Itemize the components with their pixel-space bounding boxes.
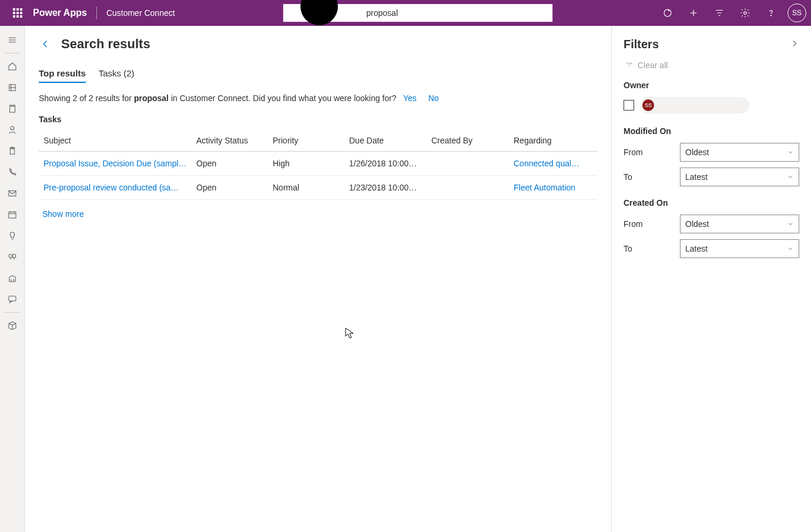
col-priority[interactable]: Priority [268,130,344,152]
created-from-select[interactable]: Oldest [680,215,799,233]
nav-org[interactable] [0,267,25,289]
col-due-date[interactable]: Due Date [344,130,427,152]
user-avatar[interactable]: SS [787,4,806,22]
nav-phone[interactable] [0,162,25,183]
result-tabs: Top results Tasks (2) [39,65,597,83]
chevron-down-icon [787,245,794,252]
app-launcher-button[interactable] [5,0,31,26]
created-to-select[interactable]: Latest [680,239,799,258]
created-on-label: Created On [624,198,799,208]
chevron-down-icon [787,220,794,227]
nav-contacts[interactable] [0,119,25,140]
col-activity-status[interactable]: Activity Status [192,130,268,152]
assistant-button[interactable] [655,0,681,26]
owner-badge: SS [642,99,654,111]
cell-status: Open [192,152,268,176]
nav-chat[interactable] [0,289,25,310]
nav-hamburger[interactable] [0,29,25,51]
col-regarding[interactable]: Regarding [509,130,597,152]
nav-idea[interactable] [0,225,25,246]
svg-rect-20 [9,212,16,219]
brand-name: Power Apps [31,8,93,18]
help-button[interactable] [758,0,784,26]
settings-button[interactable] [732,0,758,26]
svg-point-4 [664,9,671,16]
cell-due: 1/26/2018 10:00… [344,152,427,176]
nav-calendar[interactable] [0,204,25,225]
collapse-filters-button[interactable] [790,39,799,50]
result-summary: Showing 2 of 2 results for proposal in C… [39,93,597,103]
svg-point-25 [9,255,12,258]
add-button[interactable] [681,0,706,26]
owner-filter-row: SS [624,97,799,113]
app-header: Power Apps Customer Connect SS [0,0,811,26]
clear-all-filters[interactable]: Clear all [625,61,799,70]
svg-point-7 [744,12,747,15]
modified-to-value: Latest [685,172,708,182]
nav-search[interactable] [0,246,25,267]
page-title: Search results [61,36,150,52]
subject-link[interactable]: Proposal Issue, Decision Due (sampl… [43,159,187,168]
owner-label: Owner [624,81,799,90]
app-name[interactable]: Customer Connect [100,8,181,18]
nav-recent[interactable] [0,98,25,119]
main-content: Search results Top results Tasks (2) Sho… [25,26,611,532]
feedback-no-link[interactable]: No [428,93,439,103]
svg-rect-19 [9,191,16,196]
nav-clipboard[interactable] [0,140,25,162]
feedback-yes-link[interactable]: Yes [403,93,417,103]
subject-link[interactable]: Pre-proposal review conducted (sa… [43,183,179,192]
table-row[interactable]: Proposal Issue, Decision Due (sampl… Ope… [39,152,597,176]
created-to-label: To [624,244,673,253]
results-table: Subject Activity Status Priority Due Dat… [39,130,597,200]
cell-status: Open [192,176,268,200]
cell-priority: Normal [268,176,344,200]
filters-panel: Filters Clear all Owner SS Modified On F… [611,26,811,532]
chevron-down-icon [787,149,794,156]
col-created-by[interactable]: Created By [427,130,509,152]
back-button[interactable] [39,37,53,51]
regarding-link[interactable]: Connected qual… [514,159,579,168]
clear-all-label: Clear all [638,61,668,70]
global-search[interactable] [283,4,553,22]
filter-button[interactable] [706,0,732,26]
tab-top-results[interactable]: Top results [39,65,86,83]
nav-mail[interactable] [0,183,25,204]
nav-home[interactable] [0,56,25,77]
svg-rect-32 [9,296,16,301]
cell-created-by [427,176,509,200]
table-row[interactable]: Pre-proposal review conducted (sa… Open … [39,176,597,200]
modified-from-value: Oldest [685,148,709,157]
modified-to-label: To [624,172,673,182]
summary-suffix: in Customer Connect. Did you find what y… [169,93,397,103]
nav-pinned[interactable] [0,77,25,98]
modified-from-select[interactable]: Oldest [680,143,799,162]
header-divider [96,6,97,19]
regarding-link[interactable]: Fleet Automation [514,183,575,192]
created-from-value: Oldest [685,219,709,229]
col-subject[interactable]: Subject [39,130,192,152]
modified-on-label: Modified On [624,126,799,136]
waffle-icon [13,8,22,18]
summary-term: proposal [134,93,169,103]
cell-priority: High [268,152,344,176]
tab-tasks[interactable]: Tasks (2) [99,65,135,83]
show-more-link[interactable]: Show more [39,207,88,221]
svg-point-26 [12,255,16,258]
chevron-down-icon [787,173,794,180]
modified-to-select[interactable]: Latest [680,168,799,186]
modified-from-label: From [624,148,673,157]
cell-due: 1/23/2018 10:00… [344,176,427,200]
created-to-value: Latest [685,244,708,253]
nav-products[interactable] [0,315,25,336]
owner-pill[interactable]: SS [640,97,749,113]
search-input[interactable] [363,8,472,18]
svg-point-16 [11,126,14,130]
created-from-label: From [624,219,673,229]
filters-title: Filters [624,38,659,51]
summary-prefix: Showing 2 of 2 results for [39,93,134,103]
svg-point-0 [300,0,338,25]
left-nav-rail [0,26,25,532]
tasks-section-title: Tasks [39,115,597,124]
owner-checkbox[interactable] [624,100,634,111]
